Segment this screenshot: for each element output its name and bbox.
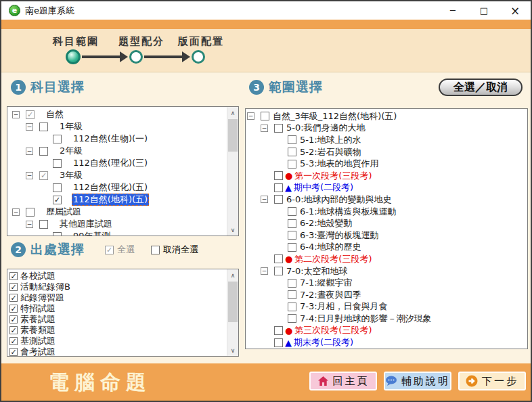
tree-item-label[interactable]: 6-3:臺灣的板塊運動 xyxy=(298,229,380,242)
tree-item-label[interactable]: 7-3:月相，日食與月食 xyxy=(298,300,389,313)
tree-checkbox[interactable] xyxy=(274,195,283,204)
tree-item-label[interactable]: 2年級 xyxy=(58,145,84,157)
select-all-checkbox[interactable]: ✓ xyxy=(105,246,114,254)
source-checkbox[interactable]: ✓ xyxy=(9,315,18,323)
maximize-button[interactable]: □ xyxy=(468,1,500,20)
tree-checkbox[interactable] xyxy=(274,171,283,180)
tree-item-label[interactable]: 5-0:我們身邊的大地 xyxy=(285,122,367,134)
tree-item-label[interactable]: 99年基測 xyxy=(72,230,112,236)
tree-item-label[interactable]: 自然 xyxy=(45,108,65,120)
tree-checkbox[interactable] xyxy=(274,124,283,133)
expander-icon[interactable]: − xyxy=(26,172,33,179)
source-checkbox[interactable]: ✓ xyxy=(9,305,18,313)
tree-item-label[interactable]: 7-1:縱觀宇宙 xyxy=(298,277,354,289)
expander-icon[interactable]: − xyxy=(247,112,254,120)
tree-checkbox[interactable] xyxy=(53,232,62,236)
expander-icon[interactable]: − xyxy=(26,123,33,131)
tree-item-label[interactable]: 6-4:地球的歷史 xyxy=(298,241,363,253)
tree-checkbox[interactable] xyxy=(39,122,48,131)
tree-checkbox[interactable] xyxy=(274,183,283,192)
expander-icon[interactable]: − xyxy=(261,125,268,132)
tree-checkbox[interactable] xyxy=(288,207,296,216)
scroll-up-icon[interactable]: ∧ xyxy=(227,269,238,281)
source-item-label[interactable]: 會考試題 xyxy=(20,346,56,356)
select-toggle-button[interactable]: 全選／取消 xyxy=(439,79,523,96)
tree-item-label[interactable]: 期末考(二段考) xyxy=(292,336,355,349)
tree-item-label[interactable]: 112自然(地科)(五) xyxy=(72,194,149,206)
tree-checkbox[interactable] xyxy=(261,112,269,120)
step-node-3[interactable] xyxy=(192,50,205,64)
scroll-up-icon[interactable]: ∧ xyxy=(227,107,238,118)
tree-item-label[interactable]: 112自然(理化)(五) xyxy=(72,181,149,194)
tree-checkbox[interactable]: ✓ xyxy=(39,171,48,180)
tree-item-label[interactable]: 112自然(理化)(三) xyxy=(72,157,149,169)
expander-icon[interactable]: − xyxy=(12,111,20,118)
scroll-down-icon[interactable]: ∨ xyxy=(227,224,238,236)
tree-checkbox[interactable] xyxy=(288,279,296,288)
next-step-button[interactable]: 下一步 xyxy=(458,372,526,390)
source-checkbox[interactable]: ✓ xyxy=(9,326,18,334)
tree-checkbox[interactable] xyxy=(39,220,48,229)
source-checkbox[interactable]: ✓ xyxy=(9,272,18,280)
tree-checkbox[interactable] xyxy=(53,135,62,143)
scroll-down-icon[interactable]: ∨ xyxy=(227,344,238,356)
tree-checkbox[interactable] xyxy=(274,267,283,275)
tree-item-label[interactable]: 5-1:地球上的水 xyxy=(298,134,363,146)
tree-item-label[interactable]: 5-2:岩石與礦物 xyxy=(298,146,363,158)
tree-item-label[interactable]: 6-2:地殼變動 xyxy=(298,217,354,229)
tree-item-label[interactable]: 6-0:地球內部的變動與地史 xyxy=(285,194,393,206)
help-button[interactable]: 輔助說明 xyxy=(384,372,451,390)
tree-checkbox[interactable] xyxy=(288,290,296,299)
step-node-2[interactable] xyxy=(129,50,143,64)
tree-checkbox[interactable] xyxy=(288,148,296,156)
subject-tree-scrollbar[interactable]: ∧ ∨ xyxy=(227,107,238,236)
tree-item-label[interactable]: 5-3:地表的地質作用 xyxy=(298,158,380,170)
tree-item-label[interactable]: 1年級 xyxy=(58,120,84,133)
source-checkbox[interactable]: ✓ xyxy=(9,348,18,356)
deselect-all-checkbox[interactable] xyxy=(151,246,160,254)
tree-item-label[interactable]: 7-2:晝夜與四季 xyxy=(298,289,363,301)
tree-checkbox[interactable] xyxy=(288,135,296,144)
tree-item-label[interactable]: 歷屆試題 xyxy=(45,206,83,218)
tree-checkbox[interactable] xyxy=(288,231,296,240)
step-node-1-active[interactable] xyxy=(66,49,81,64)
tree-checkbox[interactable]: ✓ xyxy=(53,196,62,204)
expander-icon[interactable]: − xyxy=(12,208,20,216)
source-checkbox[interactable]: ✓ xyxy=(9,283,18,291)
tree-checkbox[interactable] xyxy=(53,183,62,192)
expander-icon[interactable]: − xyxy=(26,221,33,228)
tree-item-label[interactable]: 7-4:日月對地球的影響－潮汐現象 xyxy=(298,313,433,325)
tree-item-label[interactable]: 7-0:太空和地球 xyxy=(285,265,349,277)
scrollbar-thumb[interactable] xyxy=(228,119,238,152)
tree-item-label[interactable]: 112自然(生物)(一) xyxy=(72,133,149,145)
tree-item-label[interactable]: 3年級 xyxy=(58,169,84,181)
tree-item-label[interactable]: 第三次段考(三段考) xyxy=(293,324,373,336)
expander-icon[interactable]: − xyxy=(261,196,268,203)
tree-checkbox[interactable] xyxy=(288,303,296,311)
tree-item-label[interactable]: 6-1:地球構造與板塊運動 xyxy=(298,206,398,218)
tree-checkbox[interactable] xyxy=(288,219,296,228)
tree-checkbox[interactable] xyxy=(288,160,296,169)
source-checkbox[interactable]: ✓ xyxy=(9,337,18,345)
home-button[interactable]: 回主頁 xyxy=(309,372,377,390)
tree-item-label[interactable]: 第二次段考(三段考) xyxy=(293,253,373,265)
tree-item-label[interactable]: 第一次段考(三段考) xyxy=(293,170,373,182)
tree-checkbox[interactable]: ✓ xyxy=(26,110,35,119)
tree-checkbox[interactable] xyxy=(274,254,283,263)
tree-item-label[interactable]: 其他題庫試題 xyxy=(58,218,114,230)
tree-checkbox[interactable] xyxy=(288,314,296,323)
scrollbar-thumb[interactable] xyxy=(228,282,238,322)
tree-checkbox[interactable] xyxy=(288,243,296,252)
close-button[interactable]: × xyxy=(500,1,531,20)
tree-checkbox[interactable] xyxy=(39,147,48,156)
tree-checkbox[interactable] xyxy=(274,338,283,347)
tree-checkbox[interactable] xyxy=(274,326,283,335)
tree-item-label[interactable]: 自然_3年級_112自然(地科)(五) xyxy=(271,110,398,122)
expander-icon[interactable]: − xyxy=(26,148,33,155)
tree-checkbox[interactable] xyxy=(53,159,62,168)
minimize-button[interactable]: ─ xyxy=(437,1,468,20)
source-checkbox[interactable]: ✓ xyxy=(9,294,18,302)
expander-icon[interactable]: − xyxy=(261,267,268,275)
tree-checkbox[interactable] xyxy=(26,208,35,217)
tree-item-label[interactable]: 期中考(二段考) xyxy=(292,181,355,194)
